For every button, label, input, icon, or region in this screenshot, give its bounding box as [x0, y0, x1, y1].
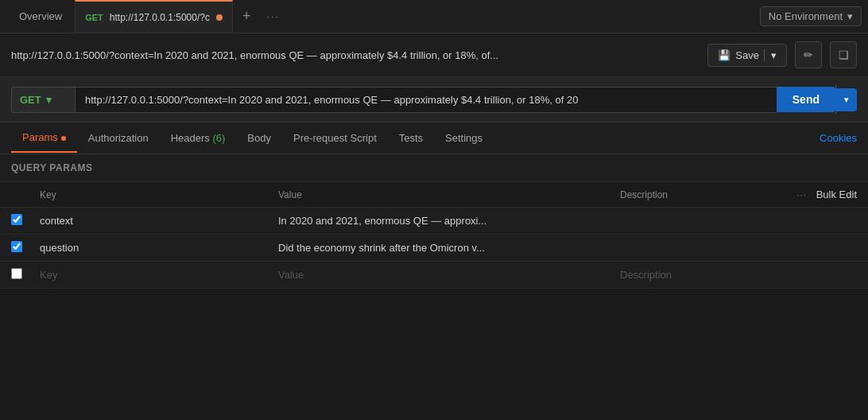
- tab-cookies[interactable]: Cookies: [820, 132, 857, 144]
- settings-tab-label: Settings: [445, 132, 482, 144]
- save-disk-icon: 💾: [718, 49, 730, 61]
- method-label: GET: [20, 94, 41, 106]
- pencil-icon: ✏: [804, 49, 813, 61]
- empty-value-placeholder[interactable]: Value: [278, 269, 304, 281]
- method-chevron-icon: ▾: [46, 94, 52, 106]
- auth-tab-label: Authorization: [88, 132, 149, 144]
- edit-icon-button[interactable]: ✏: [795, 41, 822, 68]
- tab-method-badge: GET: [85, 13, 103, 22]
- tab-tests[interactable]: Tests: [388, 124, 434, 152]
- row1-key[interactable]: context: [40, 215, 73, 227]
- headers-count-badge: (6): [212, 132, 225, 144]
- tab-body[interactable]: Body: [236, 124, 282, 152]
- tab-headers[interactable]: Headers (6): [160, 124, 237, 152]
- body-tab-label: Body: [247, 132, 271, 144]
- row2-value[interactable]: Did the economy shrink after the Omicron…: [278, 242, 485, 254]
- tab-unsaved-dot: [216, 14, 223, 21]
- row2-checkbox[interactable]: [11, 241, 22, 252]
- comment-icon-button[interactable]: ❏: [830, 41, 857, 68]
- url-bar-area: http://127.0.0.1:5000/?context=In 2020 a…: [0, 33, 868, 77]
- tab-overview[interactable]: Overview: [6, 0, 75, 33]
- environment-selector[interactable]: No Environment ▾: [760, 6, 862, 26]
- headers-tab-label: Headers: [171, 132, 210, 144]
- tab-active-request[interactable]: GET http://127.0.0.1:5000/?c: [75, 0, 233, 33]
- table-row: question Did the economy shrink after th…: [0, 235, 868, 262]
- params-dot-indicator: [61, 136, 66, 141]
- env-label: No Environment: [769, 10, 843, 22]
- env-chevron-icon: ▾: [847, 10, 853, 22]
- tab-url-text: http://127.0.0.1:5000/?c: [110, 12, 210, 23]
- col-header-description: Description: [609, 182, 786, 208]
- col-header-key: Key: [29, 182, 267, 208]
- params-table: Key Value Description ··· Bulk Edit cont…: [0, 182, 868, 289]
- empty-params-row: Key Value Description: [0, 262, 868, 289]
- empty-row-checkbox[interactable]: [11, 268, 22, 279]
- row1-value[interactable]: In 2020 and 2021, enormous QE — approxi.…: [278, 215, 486, 227]
- col-header-value: Value: [267, 182, 609, 208]
- send-label: Send: [792, 93, 820, 106]
- tab-authorization[interactable]: Authorization: [77, 124, 160, 152]
- bulk-edit-button[interactable]: Bulk Edit: [816, 189, 857, 200]
- empty-description-placeholder[interactable]: Description: [620, 269, 672, 281]
- url-input-field[interactable]: [75, 87, 777, 113]
- save-button-group[interactable]: 💾 Save ▾: [707, 44, 787, 67]
- query-params-header: Query Params: [0, 154, 868, 182]
- method-selector[interactable]: GET ▾: [11, 87, 75, 113]
- tab-bar: Overview GET http://127.0.0.1:5000/?c + …: [0, 0, 868, 33]
- comment-icon: ❏: [839, 49, 849, 61]
- send-button[interactable]: Send: [777, 87, 835, 112]
- save-label: Save: [735, 49, 759, 61]
- url-display-text: http://127.0.0.1:5000/?context=In 2020 a…: [11, 49, 699, 61]
- tab-params[interactable]: Params: [11, 123, 77, 153]
- row2-key[interactable]: question: [40, 242, 79, 254]
- tab-prerequest[interactable]: Pre-request Script: [282, 124, 388, 152]
- request-tabs-row: Params Authorization Headers (6) Body Pr…: [0, 122, 868, 154]
- row1-checkbox[interactable]: [11, 214, 22, 225]
- query-params-section: Query Params Key Value Description ··· B…: [0, 154, 868, 289]
- save-chevron-icon[interactable]: ▾: [764, 49, 777, 61]
- table-row: context In 2020 and 2021, enormous QE — …: [0, 208, 868, 235]
- prerequest-tab-label: Pre-request Script: [293, 132, 377, 144]
- tab-overflow-button[interactable]: ···: [260, 10, 286, 22]
- table-more-icon[interactable]: ···: [797, 190, 807, 200]
- new-tab-button[interactable]: +: [233, 8, 261, 25]
- tab-settings[interactable]: Settings: [434, 124, 494, 152]
- request-input-row: GET ▾ Send ▾: [0, 77, 868, 122]
- params-tab-label: Params: [22, 131, 58, 143]
- send-dropdown-button[interactable]: ▾: [836, 88, 857, 111]
- send-chevron-icon: ▾: [844, 95, 849, 104]
- empty-key-placeholder[interactable]: Key: [40, 269, 57, 281]
- tests-tab-label: Tests: [399, 132, 423, 144]
- cookies-tab-label: Cookies: [820, 132, 857, 144]
